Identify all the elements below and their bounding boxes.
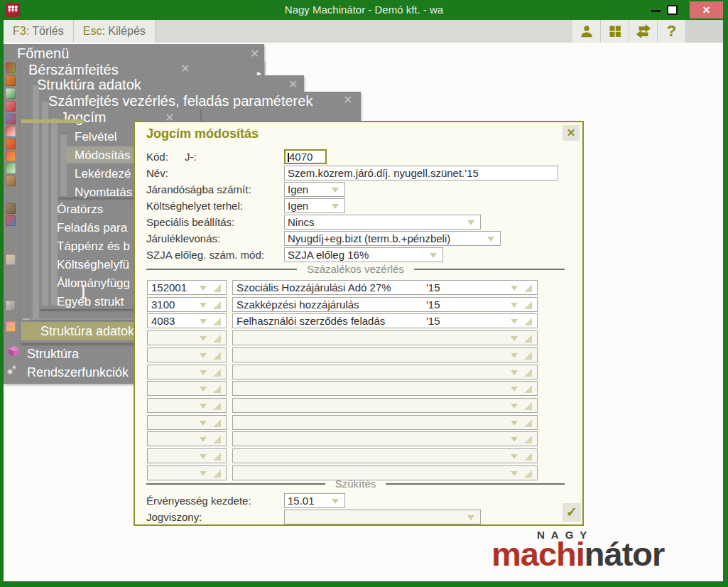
nev-label: Név:: [146, 167, 168, 179]
percent-code-combo[interactable]: 4083: [147, 313, 227, 328]
jogviszony-label: Jogviszony:: [146, 511, 202, 523]
percent-name-combo[interactable]: Felhasználói szerződés feladás'15: [232, 313, 538, 328]
koltseghelyet-dropdown[interactable]: Igen: [284, 198, 345, 213]
cube-icon: [8, 345, 20, 360]
percent-row: [135, 348, 585, 362]
package-icon: [6, 176, 16, 186]
nagy-machinator-logo: NAGY machinátor: [491, 529, 664, 571]
titlebar: Nagy Machinátor - Demó kft. - wa ✕: [0, 0, 728, 20]
percent-code-combo[interactable]: 152001: [147, 280, 227, 295]
folder-icon: [6, 139, 16, 149]
jarulek-label: Járuléklevonás:: [146, 232, 220, 244]
close-button[interactable]: ✕: [690, 1, 723, 18]
panel-title-jogcim: Jogcím: [60, 109, 106, 126]
jogviszony-dropdown[interactable]: [284, 510, 481, 524]
logo-nator-text: nátor: [585, 535, 665, 573]
percent-name-combo[interactable]: [232, 381, 538, 396]
kod-input[interactable]: 4070: [284, 149, 327, 164]
maximize-button[interactable]: [667, 5, 678, 15]
kod-label: Kód:: [146, 151, 168, 163]
people-icon: [6, 321, 16, 332]
percent-name-combo[interactable]: Szakképzési hozzájárulás'15: [232, 297, 538, 312]
szja-dropdown[interactable]: SZJA előleg 16%: [284, 247, 443, 262]
panel-close-icon[interactable]: ✕: [343, 95, 352, 106]
panel-close-icon[interactable]: ✕: [288, 79, 298, 90]
f3-delete-button[interactable]: F3: Törlés: [4, 20, 74, 43]
specialis-dropdown[interactable]: Nincs: [284, 215, 481, 230]
corner-picker-icon: [213, 369, 221, 377]
dropdown-arrow-icon: [511, 421, 518, 426]
percent-name-combo[interactable]: [232, 365, 538, 379]
transfer-arrows-icon[interactable]: [629, 20, 658, 43]
dropdown-arrow-icon: [511, 404, 518, 409]
jarandosagba-label: Járandóságba számít:: [146, 183, 251, 195]
percent-code-combo[interactable]: [147, 415, 227, 430]
dropdown-arrow-icon: [200, 387, 207, 392]
corner-picker-icon: [524, 436, 532, 443]
panel-close-icon[interactable]: ✕: [180, 63, 190, 75]
nev-input[interactable]: Szem.közrem.járó.díj. nyugell.szünet.'15: [284, 166, 558, 181]
percent-code-combo[interactable]: [147, 398, 227, 413]
percent-code-combo[interactable]: [147, 365, 227, 379]
dropdown-arrow-icon: [200, 437, 207, 442]
panel-close-icon[interactable]: ✕: [250, 48, 259, 60]
percent-name-combo[interactable]: [232, 330, 538, 345]
ervenyesseg-dropdown[interactable]: 15.01: [284, 493, 345, 508]
dropdown-arrow-icon: [511, 471, 518, 476]
percent-row: 4083Felhasználói szerződés feladás'15: [135, 313, 585, 328]
menu-item[interactable]: Állományfügg: [57, 276, 130, 291]
tray-icon: [6, 254, 16, 265]
jarulek-dropdown[interactable]: Nyugdíj+eg.bizt (term.b.+pénzbeli): [284, 231, 501, 246]
percent-code-combo[interactable]: [147, 431, 227, 446]
toolbar-key-buttons: F3: Törlés Esc: Kilépés: [4, 20, 156, 43]
corner-picker-icon: [213, 301, 221, 309]
toolbar-spacer: [686, 20, 723, 43]
menu-item[interactable]: Táppénz és b: [57, 239, 130, 254]
percent-name-combo[interactable]: [232, 448, 538, 463]
help-icon[interactable]: ?: [658, 20, 686, 43]
menu-item-rendszerfunkciok[interactable]: Rendszerfunkciók: [27, 365, 129, 380]
menu-item[interactable]: Óratörzs: [57, 203, 103, 217]
panel-title-fomenu: Főmenü: [17, 45, 69, 62]
percent-code-combo[interactable]: [147, 448, 227, 463]
percent-row: 152001Szociális Hozzájárulási Adó 27%'15: [135, 280, 585, 295]
percent-name-combo[interactable]: [232, 415, 538, 430]
menu-item[interactable]: Egyéb strukt: [57, 295, 124, 309]
dropdown-arrow-icon: [511, 336, 518, 341]
percent-name-combo[interactable]: [232, 348, 538, 362]
menu-item-nyomtatas[interactable]: Nyomtatás: [75, 185, 132, 200]
percent-row: [135, 448, 585, 463]
percent-code-combo[interactable]: [147, 330, 227, 345]
minimize-button[interactable]: [651, 10, 661, 12]
dropdown-arrow-icon: [511, 286, 518, 291]
user-icon[interactable]: [572, 20, 601, 43]
kod-prefix-label: J-:: [185, 151, 197, 163]
esc-exit-button[interactable]: Esc: Kilépés: [74, 20, 156, 43]
cursor-fragment: [82, 285, 85, 299]
menu-item-felvetel[interactable]: Felvétel: [75, 130, 117, 144]
percent-row: [135, 330, 585, 345]
jarandosagba-dropdown[interactable]: Igen: [284, 182, 345, 197]
percent-code-combo[interactable]: 3100: [147, 297, 227, 312]
logo-machi-text: machi: [491, 535, 585, 573]
menu-item-struktura[interactable]: Struktúra: [27, 347, 79, 362]
menu-item-struktura-adatok[interactable]: Struktúra adatok: [40, 324, 134, 339]
percent-name-combo[interactable]: Szociális Hozzájárulási Adó 27%'15: [232, 280, 538, 295]
modules-grid-icon[interactable]: [601, 20, 629, 43]
percent-code-combo[interactable]: [147, 381, 227, 396]
ok-check-button[interactable]: ✓: [563, 503, 581, 522]
percent-name-combo[interactable]: [232, 431, 538, 446]
percent-code-combo[interactable]: [147, 348, 227, 362]
ervenyesseg-label: Érvényesség kezdete:: [146, 495, 251, 507]
dialog-close-icon[interactable]: ✕: [563, 125, 580, 141]
menu-item[interactable]: Feladás para: [57, 221, 127, 235]
menu-item-lekerdezes[interactable]: Lekérdezé: [75, 167, 131, 181]
dropdown-arrow-icon: [200, 353, 207, 358]
corner-picker-icon: [524, 402, 532, 410]
menu-item-modositas[interactable]: Módosítás: [75, 149, 130, 163]
percent-name-combo[interactable]: [232, 398, 538, 413]
corner-picker-icon: [213, 385, 221, 393]
percent-row: [135, 381, 585, 396]
menu-item[interactable]: Költséghelyfü: [57, 258, 129, 272]
corner-picker-icon: [524, 385, 532, 393]
